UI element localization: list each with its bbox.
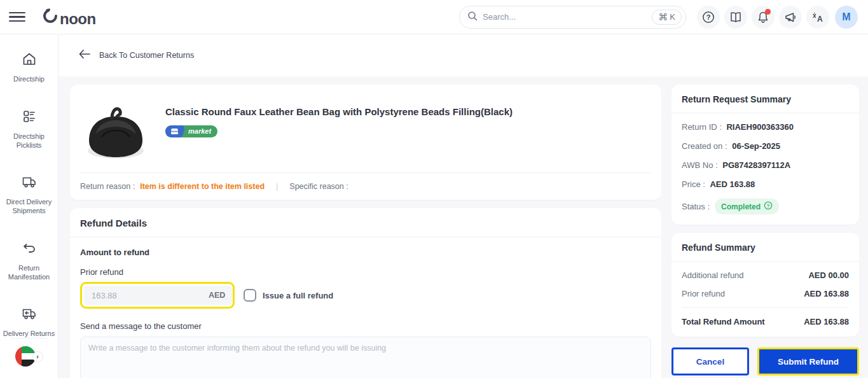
svg-text:?: ? xyxy=(767,203,770,209)
status-label: Status : xyxy=(682,202,710,211)
noon-logo-mark xyxy=(42,8,59,27)
back-band: Back To Customer Returns xyxy=(59,34,868,76)
return-id-row: Return ID : RIAEH900363360 xyxy=(682,122,849,132)
status-badge: Completed ? xyxy=(715,199,779,214)
product-card: Classic Round Faux Leather Bean Bag with… xyxy=(70,85,661,200)
currency-label: AED xyxy=(209,291,225,300)
refund-summary-header: Refund Summary xyxy=(672,233,859,262)
docs-button[interactable] xyxy=(724,6,747,29)
prior-refund-row: Prior refund AED 163.88 xyxy=(682,289,849,298)
summary-divider xyxy=(682,307,849,308)
additional-refund-row: Additional refund AED 00.00 xyxy=(682,270,849,280)
back-to-customer-returns-link[interactable]: Back To Customer Returns xyxy=(79,50,194,61)
help-button[interactable]: ? xyxy=(697,6,720,29)
awb-no-row: AWB No : PG87428397112A xyxy=(682,160,849,170)
product-image xyxy=(80,101,151,162)
megaphone-icon xyxy=(783,10,797,24)
created-on-row: Created on : 06-Sep-2025 xyxy=(682,141,849,151)
noon-logo[interactable]: noon xyxy=(42,8,96,27)
return-reason-row: Return reason : Item is different to the… xyxy=(80,172,651,191)
cmd-icon: ⌘ xyxy=(658,11,668,23)
return-reason-label: Return reason : xyxy=(80,182,135,191)
user-avatar[interactable]: M xyxy=(835,6,858,29)
home-icon xyxy=(21,51,38,70)
svg-text:?: ? xyxy=(706,13,711,21)
return-request-summary-title: Return Request Summary xyxy=(682,94,791,104)
separator: | xyxy=(276,182,278,191)
status-help-icon[interactable]: ? xyxy=(764,201,773,212)
specific-reason-label: Specific reason : xyxy=(289,182,348,191)
refund-summary-card: Refund Summary Additional refund AED 00.… xyxy=(672,233,859,337)
sidebar-divider xyxy=(10,338,48,339)
picklist-icon xyxy=(21,108,38,127)
svg-text:A: A xyxy=(817,15,823,24)
country-selector[interactable]: › xyxy=(15,346,43,368)
price-value: AED 163.88 xyxy=(710,179,755,189)
menu-icon[interactable] xyxy=(9,9,25,25)
chevron-right-icon: › xyxy=(32,351,43,362)
notifications-button[interactable] xyxy=(752,6,775,29)
sidebar-item-direct-delivery-shipments[interactable]: Direct Delivery Shipments xyxy=(2,174,57,216)
total-refund-label: Total Refund Amount xyxy=(682,317,765,326)
sidebar-item-return-manifestation[interactable]: Return Manifestation xyxy=(2,240,57,282)
svg-text:ẋ: ẋ xyxy=(813,12,816,19)
help-icon: ? xyxy=(701,10,715,24)
keyboard-shortcut-badge: ⌘ K xyxy=(652,10,682,25)
brand-name: noon xyxy=(60,11,96,27)
search-icon xyxy=(467,11,478,24)
sidebar: Directship Directship Picklists xyxy=(0,34,59,378)
search-placeholder: Search... xyxy=(483,12,652,22)
additional-refund-value: AED 00.00 xyxy=(808,270,849,280)
translate-icon: ẋ A xyxy=(811,10,825,24)
return-id-value: RIAEH900363360 xyxy=(726,122,794,132)
sidebar-item-directship[interactable]: Directship xyxy=(2,51,57,84)
refund-summary-title: Refund Summary xyxy=(682,242,755,253)
book-icon xyxy=(729,10,743,24)
back-arrow-icon xyxy=(79,50,90,61)
return-request-summary-header: Return Request Summary xyxy=(672,85,859,113)
announcements-button[interactable] xyxy=(779,6,802,29)
cancel-button[interactable]: Cancel xyxy=(672,347,749,375)
refund-details-header: Refund Details xyxy=(70,208,661,237)
refund-amount-input[interactable] xyxy=(92,291,203,300)
truck-return-icon xyxy=(21,305,38,325)
return-request-summary-card: Return Request Summary Return ID : RIAEH… xyxy=(672,85,859,225)
price-row: Price : AED 163.88 xyxy=(682,179,849,189)
refund-details-title: Refund Details xyxy=(80,218,147,228)
topbar: noon Search... ⌘ K ? xyxy=(0,0,868,34)
return-reason-value: Item is different to the item listed xyxy=(140,182,265,191)
sidebar-item-delivery-returns[interactable]: Delivery Returns xyxy=(2,305,57,339)
total-refund-value: AED 163.88 xyxy=(804,317,849,326)
amount-input-highlight: AED xyxy=(80,282,235,309)
language-button[interactable]: ẋ A xyxy=(806,6,829,29)
full-refund-label: Issue a full refund xyxy=(263,291,333,300)
product-title: Classic Round Faux Leather Bean Bag with… xyxy=(165,105,513,119)
market-badge-label: market xyxy=(184,127,217,135)
created-on-value: 06-Sep-2025 xyxy=(732,141,780,151)
search-input[interactable]: Search... ⌘ K xyxy=(459,6,686,29)
notification-dot xyxy=(765,9,771,15)
refund-details-card: Refund Details Amount to refund Prior re… xyxy=(70,208,661,378)
sidebar-item-directship-picklists[interactable]: Directship Picklists xyxy=(2,108,57,150)
truck-icon xyxy=(21,174,38,193)
market-box-icon xyxy=(165,125,185,137)
customer-message-textarea[interactable] xyxy=(80,337,651,378)
total-refund-row: Total Refund Amount AED 163.88 xyxy=(682,317,849,326)
amount-to-refund-label: Amount to refund xyxy=(80,248,651,257)
message-label: Send a message to the customer xyxy=(80,321,651,331)
prior-refund-label: Prior refund xyxy=(80,267,651,277)
submit-refund-button[interactable]: Submit Refund xyxy=(757,347,859,375)
return-arrow-icon xyxy=(21,240,38,259)
prior-refund-value: AED 163.88 xyxy=(804,289,849,298)
market-badge: market xyxy=(165,125,217,137)
full-refund-checkbox[interactable] xyxy=(244,289,256,302)
main-content: Back To Customer Returns xyxy=(59,34,868,378)
status-row: Status : Completed ? xyxy=(682,199,849,214)
awb-no-value: PG87428397112A xyxy=(722,160,790,170)
